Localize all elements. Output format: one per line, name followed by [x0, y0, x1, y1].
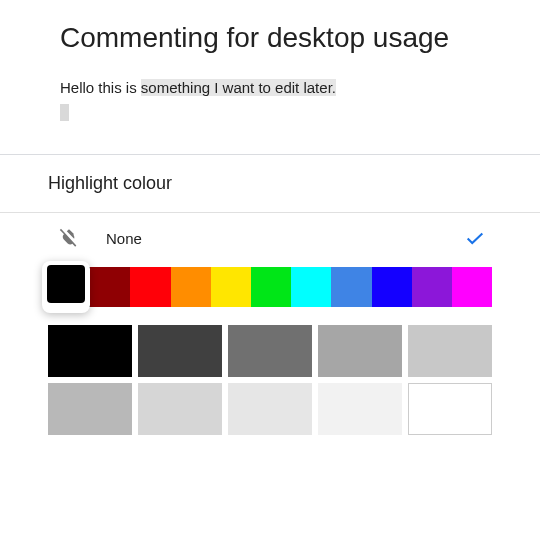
color-swatch[interactable]: [372, 267, 412, 307]
gray-tile[interactable]: [138, 325, 222, 377]
gray-tile[interactable]: [228, 325, 312, 377]
grayscale-grid: [48, 325, 492, 435]
text-cursor: [60, 104, 69, 121]
color-swatch[interactable]: [452, 267, 492, 307]
color-swatch[interactable]: [211, 267, 251, 307]
checkmark-icon: [464, 227, 486, 249]
color-swatch[interactable]: [331, 267, 371, 307]
panel-title: Highlight colour: [48, 173, 492, 194]
gray-tile[interactable]: [48, 383, 132, 435]
color-strip-wrapper: [48, 267, 492, 307]
gray-tile[interactable]: [408, 325, 492, 377]
document-body[interactable]: Hello this is something I want to edit l…: [60, 77, 480, 124]
none-label: None: [106, 230, 142, 247]
color-swatch[interactable]: [130, 267, 170, 307]
selected-color-popover[interactable]: [42, 261, 90, 313]
document-title: Commenting for desktop usage: [60, 20, 480, 55]
color-swatch[interactable]: [412, 267, 452, 307]
body-text-highlighted: something I want to edit later.: [141, 79, 336, 96]
highlight-colour-panel: Highlight colour None: [0, 154, 540, 435]
color-swatch[interactable]: [251, 267, 291, 307]
document-area: Commenting for desktop usage Hello this …: [0, 0, 540, 154]
gray-tile[interactable]: [48, 325, 132, 377]
gray-tile[interactable]: [228, 383, 312, 435]
none-option-row[interactable]: None: [48, 213, 492, 263]
color-swatch[interactable]: [90, 267, 130, 307]
no-fill-icon: [58, 227, 80, 249]
color-swatch[interactable]: [291, 267, 331, 307]
selected-color-swatch: [47, 265, 85, 303]
gray-tile[interactable]: [408, 383, 492, 435]
gray-tile[interactable]: [138, 383, 222, 435]
gray-tile[interactable]: [318, 383, 402, 435]
gray-tile[interactable]: [318, 325, 402, 377]
color-strip: [50, 267, 492, 307]
body-text-plain: Hello this is: [60, 79, 141, 96]
color-swatch[interactable]: [171, 267, 211, 307]
